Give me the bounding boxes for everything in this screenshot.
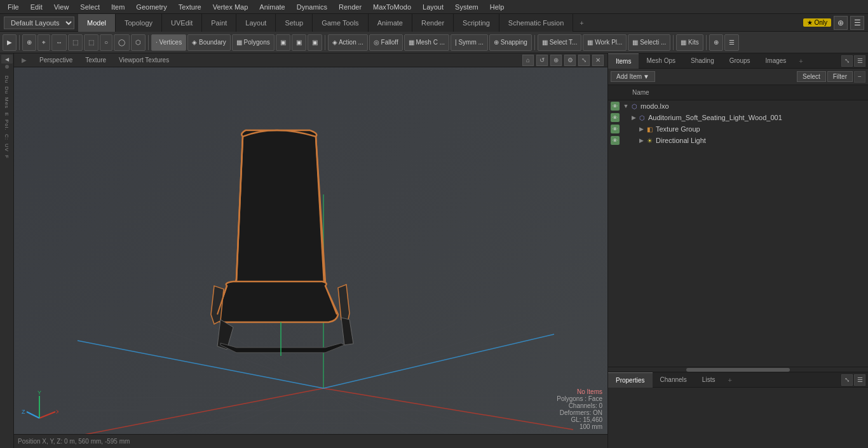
menu-view[interactable]: View [49, 2, 74, 12]
vis-btn-3[interactable]: 👁 [611, 136, 620, 145]
viewport-ctrl-rotate[interactable]: ↺ [536, 55, 548, 66]
item-directional-light[interactable]: 👁 ▶ ☀ Directional Light [608, 135, 868, 146]
menu-texture[interactable]: Texture [173, 2, 207, 12]
item-modo-lxo[interactable]: 👁 ▼ ⬡ modo.lxo [608, 100, 868, 112]
tool-mode2-btn[interactable]: ▣ [292, 34, 306, 51]
item-texture-group[interactable]: 👁 ▶ ◧ Texture Group [608, 123, 868, 135]
tool-box1-btn[interactable]: ⬚ [68, 34, 83, 51]
viewport-tab-expand[interactable]: ▶ [18, 55, 31, 65]
tool-select-t-btn[interactable]: ▦ Select T... [538, 34, 582, 51]
tab-lists[interactable]: Lists [695, 372, 723, 388]
props-expand-btn[interactable]: ⤡ [841, 374, 853, 386]
tab-model[interactable]: Model [78, 14, 116, 32]
tab-topology[interactable]: Topology [116, 14, 162, 32]
tool-polygons-btn[interactable]: ▦ Polygons [232, 34, 275, 51]
tab-items[interactable]: Items [608, 53, 639, 69]
tool-falloff-btn[interactable]: ◎ Falloff [369, 34, 403, 51]
tab-setup[interactable]: Setup [276, 14, 313, 32]
tool-circle-btn[interactable]: ⊕ [22, 34, 36, 51]
left-expand-btn[interactable]: ◀ [1, 55, 13, 64]
tab-channels[interactable]: Channels [653, 372, 695, 388]
tool-ring-btn[interactable]: ◯ [114, 34, 130, 51]
tool-action-btn[interactable]: ◈ Action ... [328, 34, 368, 51]
tool-crosshair-btn[interactable]: ⌖ [37, 34, 50, 51]
tab-groups[interactable]: Groups [722, 53, 758, 69]
expand-1[interactable]: ▶ [630, 114, 637, 121]
viewport-ctrl-expand[interactable]: ⤡ [578, 55, 590, 66]
tool-run-btn[interactable]: ▶ [3, 34, 17, 51]
menu-vertexmap[interactable]: Vertex Map [208, 2, 254, 12]
menu-layout[interactable]: Layout [417, 2, 449, 12]
tool-add-btn[interactable]: ⊕ [709, 34, 723, 51]
items-minus-btn[interactable]: − [854, 71, 865, 83]
menu-item[interactable]: Item [106, 2, 130, 12]
tab-images[interactable]: Images [758, 53, 794, 69]
vis-btn-1[interactable]: 👁 [611, 113, 620, 122]
tool-boundary-btn[interactable]: ◈ Boundary [187, 34, 231, 51]
tool-selection-btn[interactable]: ▦ Selecti ... [628, 34, 670, 51]
tab-animate[interactable]: Animate [369, 14, 412, 32]
tab-mesh-ops[interactable]: Mesh Ops [639, 53, 683, 69]
tool-hex-btn[interactable]: ⬡ [131, 34, 146, 51]
menu-render[interactable]: Render [334, 2, 367, 12]
tool-box2-btn[interactable]: ⬚ [84, 34, 98, 51]
viewport-tab-viewport-textures[interactable]: Viewport Textures [115, 55, 173, 65]
viewport-tab-texture[interactable]: Texture [81, 55, 110, 65]
items-select-btn[interactable]: Select [797, 71, 826, 82]
tab-items-add[interactable]: + [794, 55, 808, 67]
expand-3[interactable]: ▶ [637, 137, 645, 144]
tool-kits-btn[interactable]: ▦ Kits [676, 34, 703, 51]
viewport-ctrl-zoom[interactable]: ⊕ [550, 55, 562, 66]
tab-props-add[interactable]: + [722, 374, 736, 386]
props-menu-btn[interactable]: ☰ [854, 374, 865, 386]
viewport-ctrl-close[interactable]: ✕ [592, 55, 604, 66]
tool-symm-btn[interactable]: | Symm ... [451, 34, 488, 51]
tab-uvedit[interactable]: UVEdit [162, 14, 202, 32]
items-expand-btn[interactable]: ⤡ [841, 55, 853, 67]
tab-paint[interactable]: Paint [202, 14, 236, 32]
menu-file[interactable]: File [3, 2, 24, 12]
viewport-ctrl-home[interactable]: ⌂ [522, 55, 534, 66]
vis-btn-0[interactable]: 👁 [611, 102, 620, 111]
tab-scripting[interactable]: Scripting [454, 14, 499, 32]
layout-expand-btn[interactable]: ⊕ [834, 16, 848, 30]
vis-btn-2[interactable]: 👁 [611, 125, 620, 133]
items-menu-btn[interactable]: ☰ [854, 55, 865, 67]
tool-mode3-btn[interactable]: ▣ [308, 34, 322, 51]
tab-schematic[interactable]: Schematic Fusion [499, 14, 573, 32]
tool-mesh-btn[interactable]: ▦ Mesh C ... [404, 34, 449, 51]
menu-dynamics[interactable]: Dynamics [292, 2, 332, 12]
item-auditorium[interactable]: 👁 ▶ ⬡ Auditorium_Soft_Seating_Light_Wood… [608, 112, 868, 123]
add-item-btn[interactable]: Add Item ▼ [611, 71, 655, 82]
tab-properties[interactable]: Properties [608, 372, 653, 388]
tab-gametools[interactable]: Game Tools [313, 14, 369, 32]
tab-shading[interactable]: Shading [683, 53, 722, 69]
viewport-tab-perspective[interactable]: Perspective [36, 55, 76, 65]
menu-help[interactable]: Help [485, 2, 510, 12]
menu-system[interactable]: System [450, 2, 484, 12]
items-scrollbar-thumb[interactable] [686, 368, 790, 372]
menu-edit[interactable]: Edit [25, 2, 48, 12]
tab-add[interactable]: + [573, 17, 590, 29]
tool-workplane-btn[interactable]: ▦ Work Pl... [583, 34, 627, 51]
tool-move-btn[interactable]: ↔ [51, 34, 67, 51]
tool-menu-btn[interactable]: ☰ [724, 34, 739, 51]
items-list[interactable]: 👁 ▼ ⬡ modo.lxo 👁 ▶ ⬡ Auditorium_Soft_Sea… [608, 100, 868, 367]
viewport[interactable]: ▶ Perspective Texture Viewport Textures … [14, 53, 607, 448]
menu-animate[interactable]: Animate [254, 2, 290, 12]
tab-layout[interactable]: Layout [236, 14, 276, 32]
expand-0[interactable]: ▼ [622, 102, 630, 110]
items-filter-btn[interactable]: Filter [827, 71, 853, 82]
scene-canvas[interactable]: .grid-h { stroke: #4a4a50; stroke-width:… [14, 67, 607, 434]
tool-snapping-btn[interactable]: ⊕ Snapping [489, 34, 532, 51]
tool-circle2-btn[interactable]: ○ [100, 34, 112, 51]
menu-select[interactable]: Select [75, 2, 105, 12]
layout-selector[interactable]: Default Layouts [4, 17, 74, 29]
menu-maxtomodo[interactable]: MaxToModo [368, 2, 416, 12]
viewport-ctrl-settings[interactable]: ⚙ [564, 55, 576, 66]
menu-geometry[interactable]: Geometry [131, 2, 172, 12]
tool-mode-btn[interactable]: ▣ [276, 34, 290, 51]
tool-vertices-btn[interactable]: · Vertices [151, 34, 186, 51]
tab-render[interactable]: Render [412, 14, 454, 32]
expand-2[interactable]: ▶ [637, 125, 645, 133]
